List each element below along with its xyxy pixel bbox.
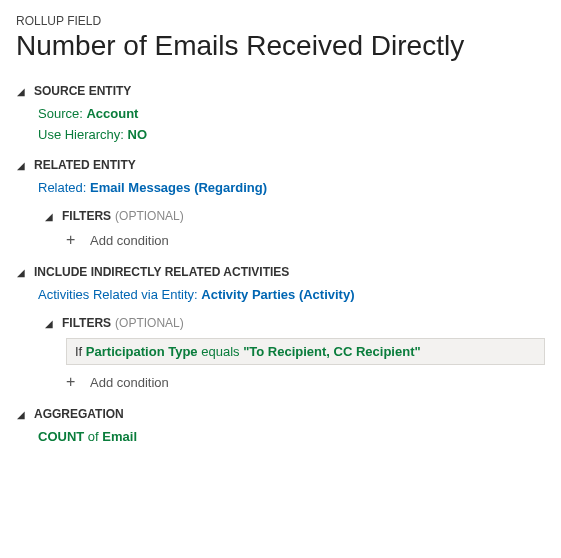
caret-down-icon: ◢ <box>16 86 26 97</box>
indirect-related-value: Activity Parties <box>201 287 295 302</box>
caret-down-icon: ◢ <box>16 267 26 278</box>
plus-icon: + <box>66 231 90 249</box>
header-label: ROLLUP FIELD <box>16 14 545 28</box>
caret-down-icon: ◢ <box>16 409 26 420</box>
related-value: Email Messages <box>90 180 190 195</box>
source-value: Account <box>86 106 138 121</box>
filter-if: If <box>75 344 82 359</box>
caret-down-icon: ◢ <box>44 318 54 329</box>
page-title: Number of Emails Received Directly <box>16 30 545 62</box>
hierarchy-row[interactable]: Use Hierarchy: NO <box>38 127 545 142</box>
aggregation-header[interactable]: ◢ AGGREGATION <box>16 407 545 421</box>
related-row[interactable]: Related: Email Messages (Regarding) <box>38 180 545 195</box>
aggregation-row[interactable]: COUNT of Email <box>38 429 545 444</box>
indirect-filters-section: ◢ FILTERS (OPTIONAL) If Participation Ty… <box>44 316 545 391</box>
related-filters-optional: (OPTIONAL) <box>115 209 184 223</box>
indirect-related-paren-value: Activity <box>303 287 350 302</box>
related-paren-value: Regarding <box>198 180 262 195</box>
aggregation-title: AGGREGATION <box>34 407 124 421</box>
filter-value: "To Recipient, CC Recipient" <box>243 344 421 359</box>
indirect-related-label: Activities Related via Entity: <box>38 287 198 302</box>
plus-icon: + <box>66 373 90 391</box>
indirect-header[interactable]: ◢ INCLUDE INDIRECTLY RELATED ACTIVITIES <box>16 265 545 279</box>
related-label: Related: <box>38 180 86 195</box>
related-add-condition[interactable]: + Add condition <box>66 231 545 249</box>
caret-down-icon: ◢ <box>44 211 54 222</box>
aggregation-of: of <box>88 429 99 444</box>
indirect-filters-optional: (OPTIONAL) <box>115 316 184 330</box>
source-entity-header[interactable]: ◢ SOURCE ENTITY <box>16 84 545 98</box>
indirect-title: INCLUDE INDIRECTLY RELATED ACTIVITIES <box>34 265 289 279</box>
aggregation-func: COUNT <box>38 429 84 444</box>
related-entity-header[interactable]: ◢ RELATED ENTITY <box>16 158 545 172</box>
indirect-related-paren: (Activity) <box>299 287 355 302</box>
aggregation-field: Email <box>102 429 137 444</box>
related-filters-header[interactable]: ◢ FILTERS (OPTIONAL) <box>44 209 545 223</box>
add-condition-label: Add condition <box>90 375 169 390</box>
source-entity-section: ◢ SOURCE ENTITY Source: Account Use Hier… <box>16 84 545 142</box>
source-row[interactable]: Source: Account <box>38 106 545 121</box>
related-entity-section: ◢ RELATED ENTITY Related: Email Messages… <box>16 158 545 249</box>
indirect-filters-header[interactable]: ◢ FILTERS (OPTIONAL) <box>44 316 545 330</box>
aggregation-section: ◢ AGGREGATION COUNT of Email <box>16 407 545 444</box>
filter-field: Participation Type <box>86 344 198 359</box>
related-entity-title: RELATED ENTITY <box>34 158 136 172</box>
related-filters-section: ◢ FILTERS (OPTIONAL) + Add condition <box>44 209 545 249</box>
indirect-filters-title: FILTERS <box>62 316 111 330</box>
filter-operator: equals <box>201 344 239 359</box>
related-paren: (Regarding) <box>194 180 267 195</box>
caret-down-icon: ◢ <box>16 160 26 171</box>
source-label: Source: <box>38 106 83 121</box>
indirect-section: ◢ INCLUDE INDIRECTLY RELATED ACTIVITIES … <box>16 265 545 391</box>
related-filters-title: FILTERS <box>62 209 111 223</box>
filter-condition-row[interactable]: If Participation Type equals "To Recipie… <box>66 338 545 365</box>
add-condition-label: Add condition <box>90 233 169 248</box>
source-entity-title: SOURCE ENTITY <box>34 84 131 98</box>
indirect-related-row[interactable]: Activities Related via Entity: Activity … <box>38 287 545 302</box>
indirect-add-condition[interactable]: + Add condition <box>66 373 545 391</box>
hierarchy-label: Use Hierarchy: <box>38 127 124 142</box>
hierarchy-value: NO <box>128 127 148 142</box>
